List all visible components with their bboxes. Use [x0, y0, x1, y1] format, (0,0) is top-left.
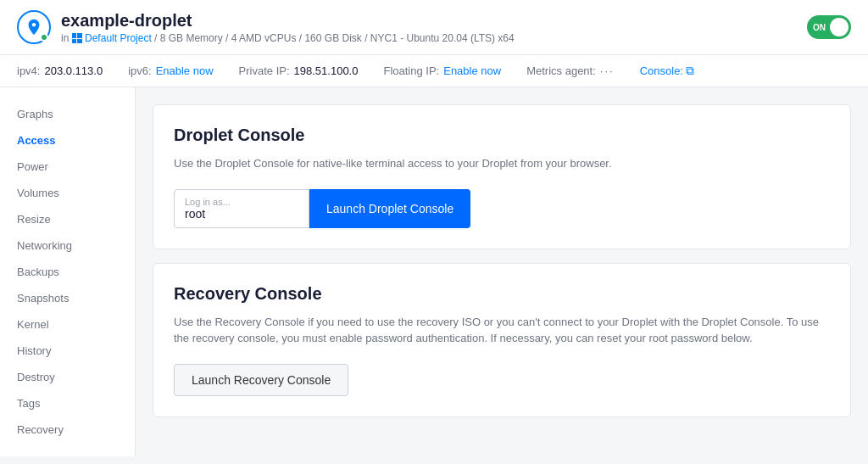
droplet-console-description: Use the Droplet Console for native-like … — [174, 155, 830, 172]
sidebar-item-volumes[interactable]: Volumes — [0, 180, 135, 206]
sidebar-item-access[interactable]: Access — [0, 127, 135, 154]
private-ip-item: Private IP: 198.51.100.0 — [239, 64, 359, 77]
launch-recovery-console-button[interactable]: Launch Recovery Console — [174, 364, 348, 396]
floating-ip-enable-link[interactable]: Enable now — [443, 64, 501, 77]
recovery-console-title: Recovery Console — [174, 284, 830, 304]
power-toggle-container: ON — [807, 15, 851, 39]
windows-icon — [72, 33, 82, 43]
power-toggle[interactable]: ON — [807, 15, 851, 39]
ipv6-enable-link[interactable]: Enable now — [156, 64, 214, 77]
header: example-droplet in Default Project / 8 G… — [0, 0, 868, 55]
status-indicator — [40, 33, 48, 42]
console-item: Console: ⧉ — [640, 64, 694, 78]
toggle-knob — [830, 18, 849, 36]
metrics-item: Metrics agent: ··· — [526, 64, 615, 77]
metrics-dots[interactable]: ··· — [600, 64, 615, 77]
header-left: example-droplet in Default Project / 8 G… — [17, 10, 515, 44]
droplet-icon — [17, 10, 51, 44]
droplet-console-card: Droplet Console Use the Droplet Console … — [153, 104, 851, 249]
login-box: Log in as... root — [174, 189, 309, 228]
sidebar-item-networking[interactable]: Networking — [0, 232, 135, 259]
metrics-label: Metrics agent: — [526, 64, 596, 77]
droplet-name: example-droplet — [61, 11, 515, 31]
login-label: Log in as... — [185, 197, 298, 207]
layout: GraphsAccessPowerVolumesResizeNetworking… — [0, 87, 868, 456]
main-content: Droplet Console Use the Droplet Console … — [136, 87, 868, 456]
toggle-label: ON — [813, 23, 826, 32]
private-ip-label: Private IP: — [239, 64, 290, 77]
sidebar-item-history[interactable]: History — [0, 338, 135, 364]
sidebar-item-kernel[interactable]: Kernel — [0, 311, 135, 338]
console-row: Log in as... root Launch Droplet Console — [174, 189, 830, 228]
recovery-console-description: Use the Recovery Console if you need to … — [174, 314, 830, 347]
droplet-console-title: Droplet Console — [174, 126, 830, 145]
ipv6-label: ipv6: — [128, 64, 151, 77]
login-value: root — [185, 207, 298, 221]
sidebar-item-graphs[interactable]: Graphs — [0, 101, 135, 127]
floating-ip-label: Floating IP: — [383, 64, 439, 77]
sidebar: GraphsAccessPowerVolumesResizeNetworking… — [0, 87, 136, 456]
sidebar-item-destroy[interactable]: Destroy — [0, 364, 135, 390]
console-link[interactable]: Console: ⧉ — [640, 64, 694, 78]
sidebar-item-tags[interactable]: Tags — [0, 390, 135, 416]
ipv4-item: ipv4: 203.0.113.0 — [17, 64, 103, 77]
droplet-info: example-droplet in Default Project / 8 G… — [61, 11, 515, 44]
ipv6-item: ipv6: Enable now — [128, 64, 213, 77]
launch-droplet-console-button[interactable]: Launch Droplet Console — [309, 189, 470, 228]
sidebar-item-power[interactable]: Power — [0, 154, 135, 180]
project-link[interactable]: Default Project — [85, 32, 152, 44]
info-bar: ipv4: 203.0.113.0 ipv6: Enable now Priva… — [0, 55, 868, 87]
console-external-icon: ⧉ — [686, 64, 694, 78]
sidebar-item-snapshots[interactable]: Snapshots — [0, 285, 135, 311]
sidebar-item-recovery[interactable]: Recovery — [0, 416, 135, 443]
floating-ip-item: Floating IP: Enable now — [383, 64, 501, 77]
private-ip-value: 198.51.100.0 — [294, 64, 359, 77]
recovery-console-card: Recovery Console Use the Recovery Consol… — [153, 263, 851, 417]
sidebar-item-backups[interactable]: Backups — [0, 259, 135, 285]
sidebar-item-resize[interactable]: Resize — [0, 206, 135, 232]
ipv4-value: 203.0.113.0 — [44, 64, 103, 77]
ipv4-label: ipv4: — [17, 64, 40, 77]
droplet-meta: in Default Project / 8 GB Memory / 4 AMD… — [61, 32, 515, 44]
console-label: Console: — [640, 64, 683, 77]
